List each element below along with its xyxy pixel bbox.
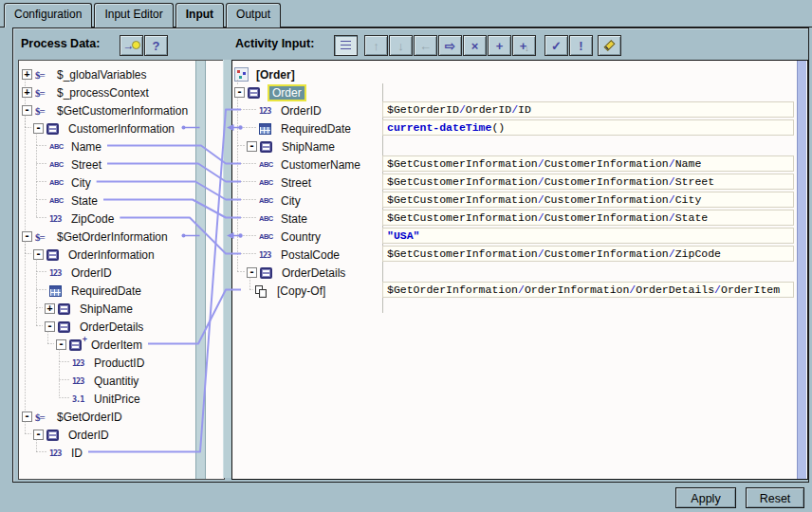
collapse-icon[interactable]: -	[56, 339, 66, 350]
string-icon: ABC	[259, 232, 276, 241]
tree-node-orderitem[interactable]: -+OrderItem	[19, 336, 144, 354]
tree-node-state[interactable]: ABCState$GetCustomerInformation/Customer…	[232, 210, 309, 228]
tree-node-orderinformation[interactable]: -OrderInformation	[19, 246, 157, 264]
tree-node-order[interactable]: [Order]	[232, 65, 297, 83]
tree-node-country[interactable]: ABCCountry"USA"	[232, 228, 323, 246]
tree-node-customername[interactable]: ABCCustomerName$GetCustomerInformation/C…	[232, 155, 362, 174]
mapping-formula[interactable]: current-dateTime()	[382, 119, 794, 136]
tree-node-orderdetails[interactable]: -OrderDetails	[232, 264, 347, 282]
tab-configuration[interactable]: Configuration	[4, 3, 92, 27]
mapping-formula[interactable]: $GetCustomerInformation/CustomerInformat…	[382, 155, 794, 172]
expand-icon[interactable]: +	[22, 87, 32, 98]
errors-button[interactable]: !	[569, 35, 593, 56]
tab-input[interactable]: Input	[175, 3, 224, 27]
arrow-right-icon: ⇨	[445, 39, 455, 53]
validate-button[interactable]: ✓	[544, 35, 568, 56]
string-icon: ABC	[49, 178, 66, 187]
node-label: [Copy-Of]	[275, 283, 327, 299]
collapse-icon[interactable]: -	[33, 249, 44, 260]
show-mapped-button[interactable]: →	[120, 35, 143, 56]
display-options-button[interactable]	[334, 35, 358, 56]
collapse-icon[interactable]: -	[45, 321, 55, 332]
tree-node-state[interactable]: ABCState	[19, 192, 100, 210]
tree-node-city[interactable]: ABCCity$GetCustomerInformation/CustomerI…	[232, 192, 303, 210]
process-data-toolbar: →?	[120, 35, 169, 56]
element-icon	[58, 321, 75, 333]
tree-node-orderid[interactable]: -OrderID	[19, 426, 111, 444]
collapse-icon[interactable]: -	[247, 141, 257, 152]
tree-node-name[interactable]: ABCName	[19, 137, 103, 155]
collapse-icon[interactable]: -	[22, 105, 32, 116]
expand-icon[interactable]: +	[45, 303, 55, 314]
tree-node-processcontext[interactable]: +$=$_processContext	[19, 83, 151, 101]
tree-node-postalcode[interactable]: 123PostalCode$GetCustomerInformation/Cus…	[232, 246, 341, 264]
tree-node-requireddate[interactable]: RequiredDate	[19, 282, 143, 300]
left-panel-scrollbar[interactable]	[195, 61, 206, 479]
tree-node-customerinformation[interactable]: -CustomerInformation	[19, 119, 176, 137]
tree-node-orderdetails[interactable]: -OrderDetails	[19, 318, 145, 336]
move-down-button[interactable]: ↓	[389, 35, 413, 56]
collapse-icon[interactable]: -	[247, 267, 257, 278]
collapse-icon[interactable]: -	[33, 123, 44, 134]
mapping-formula[interactable]: "USA"	[382, 228, 794, 244]
node-label: OrderInformation	[66, 247, 157, 263]
tree-node-copy-of[interactable]: [Copy-Of]$GetOrderInformation/OrderInfor…	[232, 282, 327, 300]
help-button[interactable]: ?	[144, 35, 168, 56]
target-dot	[132, 41, 140, 49]
tree-node-unitprice[interactable]: 3.1UnitPrice	[19, 390, 142, 408]
collapse-icon[interactable]: -	[22, 411, 32, 422]
tree-node-city[interactable]: ABCCity	[19, 174, 93, 192]
mapping-formula[interactable]: $GetCustomerInformation/CustomerInformat…	[382, 192, 794, 208]
tree-node-requireddate[interactable]: RequiredDatecurrent-dateTime()	[232, 119, 353, 137]
mapping-formula[interactable]: $GetCustomerInformation/CustomerInformat…	[382, 246, 794, 262]
expand-icon[interactable]: +	[22, 69, 32, 80]
delete-button[interactable]: ×	[463, 35, 487, 56]
move-up-button[interactable]: ↑	[364, 35, 388, 56]
edit-button[interactable]	[598, 35, 621, 56]
collapse-icon[interactable]: -	[22, 231, 32, 242]
tree-node-productid[interactable]: 123ProductID	[19, 354, 146, 372]
path-slash: /	[511, 103, 518, 116]
tree-node-street[interactable]: ABCStreet	[19, 155, 103, 174]
mapping-formula[interactable]: $GetOrderInformation/OrderInformation/Or…	[382, 282, 794, 298]
tree-node-street[interactable]: ABCStreet$GetCustomerInformation/Custome…	[232, 174, 313, 192]
move-left-button[interactable]: ←	[414, 35, 437, 56]
mapping-formula[interactable]: $GetOrderID/OrderID/ID	[382, 101, 794, 118]
move-right-button[interactable]: ⇨	[438, 35, 462, 56]
node-label: Quantitiy	[92, 374, 140, 389]
tab-input-editor[interactable]: Input Editor	[94, 3, 173, 27]
tree-node-globalvariables[interactable]: +$=$_globalVariables	[19, 65, 149, 83]
node-label: RequiredDate	[279, 121, 353, 137]
tab-output[interactable]: Output	[226, 3, 281, 27]
mapping-formula[interactable]: $GetCustomerInformation/CustomerInformat…	[382, 210, 794, 226]
tree-node-zipcode[interactable]: 123ZipCode	[19, 210, 116, 228]
tree-node-getcustomerinformation[interactable]: -$=$GetCustomerInformation	[19, 101, 190, 119]
mapping-formula[interactable]: $GetCustomerInformation/CustomerInformat…	[382, 174, 794, 190]
string-icon: ABC	[49, 142, 66, 151]
tree-node-id[interactable]: 123ID	[19, 444, 84, 462]
insert-button[interactable]: +↓	[512, 35, 536, 56]
tree-node-getorderinformation[interactable]: -$=$GetOrderInformation	[19, 228, 170, 246]
tree-node-shipname[interactable]: +ShipName	[19, 300, 135, 318]
tree-node-quantitiy[interactable]: 123Quantitiy	[19, 372, 140, 390]
tree-node-getorderid[interactable]: -$=$GetOrderID	[19, 408, 124, 426]
copy-glyph	[255, 285, 266, 297]
tree-node-order[interactable]: -Order	[232, 83, 306, 101]
integer-icon: 123	[72, 376, 89, 386]
path-slash: /	[538, 247, 544, 260]
element-icon	[260, 141, 277, 153]
tree-node-orderid[interactable]: 123OrderID	[19, 264, 114, 282]
node-label: Street	[279, 175, 313, 191]
right-panel-scrollbar[interactable]	[797, 61, 806, 479]
arrow-target-icon: →	[123, 39, 140, 52]
insert-arrow: ↓	[525, 45, 528, 53]
collapse-icon[interactable]: -	[33, 430, 44, 440]
reset-button[interactable]: Reset	[746, 487, 804, 508]
add-child-button[interactable]: +	[488, 35, 511, 56]
apply-button[interactable]: Apply	[675, 487, 736, 508]
integer-icon: 123	[72, 358, 89, 368]
tree-node-shipname[interactable]: -ShipName	[232, 137, 337, 155]
tab-bar: ConfigurationInput EditorInputOutput	[4, 3, 281, 27]
tree-node-orderid[interactable]: 123OrderID$GetOrderID/OrderID/ID	[232, 101, 323, 119]
collapse-icon[interactable]: -	[234, 87, 245, 98]
